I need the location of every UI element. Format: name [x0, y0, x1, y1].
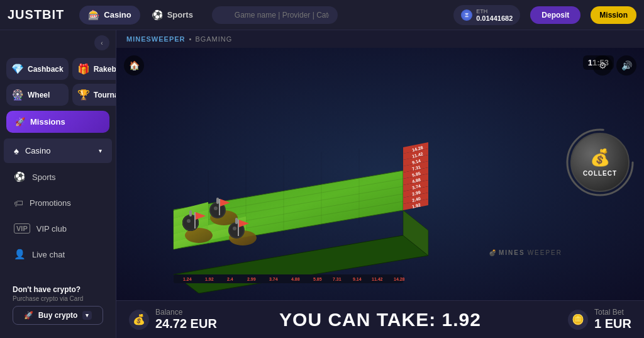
- casino-nav-icon: ♠: [14, 145, 19, 156]
- tournaments-icon: 🏆: [77, 89, 90, 101]
- search-wrap: 🔍: [212, 6, 443, 24]
- svg-text:11.42: 11.42: [372, 277, 383, 281]
- wheel-button[interactable]: 🎡 Wheel: [6, 84, 69, 106]
- sidebar: ‹ 💎 Cashback 🎁 Rakeback 🎡 Wheel 🏆 Tourna…: [0, 30, 116, 338]
- rakeback-button[interactable]: 🎁 Rakeback: [72, 58, 116, 80]
- wallet-info: ETH 0.01441682: [476, 8, 513, 22]
- game-board: 1.92 2.40 2.99 3.74 4.88 5.85 7.31 9.14: [145, 73, 573, 300]
- chevron-down-icon: ▾: [99, 147, 102, 154]
- svg-point-51: [214, 206, 218, 210]
- casino-icon: 🎰: [88, 9, 100, 21]
- buy-crypto-button[interactable]: 🚀 Buy crypto ▾: [13, 306, 103, 325]
- search-input[interactable]: [212, 6, 338, 24]
- sidebar-item-casino[interactable]: ♠ Casino ▾: [4, 138, 112, 163]
- sidebar-item-vip[interactable]: VIP VIP club: [4, 217, 112, 240]
- bet-info: Total Bet 1 EUR: [594, 308, 631, 331]
- svg-text:7.31: 7.31: [333, 277, 341, 281]
- sidebar-item-livechat[interactable]: 👤 Live chat: [4, 242, 112, 267]
- mine-icon: 💣: [489, 249, 496, 256]
- you-can-take-display: YOU CAN TAKE: 1.92: [279, 309, 481, 330]
- svg-rect-59: [219, 199, 220, 215]
- svg-rect-56: [235, 218, 238, 224]
- cashback-icon: 💎: [11, 63, 24, 75]
- game-brand-logo: 💣 MINES WEEPER: [489, 249, 562, 256]
- svg-rect-61: [238, 220, 239, 236]
- sidebar-top: ‹: [0, 30, 116, 55]
- game-home-button[interactable]: 🏠: [124, 55, 144, 76]
- game-area: 🏠 11:53 ⚙ 🔊: [116, 48, 644, 300]
- wallet-badge: Ξ ETH 0.01441682: [453, 5, 520, 25]
- mission-button[interactable]: Mission: [591, 6, 636, 24]
- cashback-button[interactable]: 💎 Cashback: [6, 58, 69, 80]
- wheel-icon: 🎡: [11, 89, 24, 101]
- total-bet-section: 🪙 Total Bet 1 EUR: [506, 308, 644, 331]
- promotions-nav-icon: 🏷: [14, 198, 23, 208]
- collect-button[interactable]: 💰 COLLECT: [565, 128, 635, 197]
- svg-rect-48: [189, 210, 192, 217]
- svg-text:2.4: 2.4: [227, 277, 233, 281]
- svg-rect-52: [216, 198, 219, 204]
- svg-text:14.28: 14.28: [394, 277, 405, 281]
- svg-text:2.99: 2.99: [247, 277, 256, 281]
- svg-text:4.88: 4.88: [291, 277, 300, 281]
- vip-nav-icon: VIP: [14, 223, 30, 234]
- sidebar-quick-buttons: 💎 Cashback 🎁 Rakeback 🎡 Wheel 🏆 Tourname…: [0, 55, 116, 111]
- svg-marker-0: [174, 235, 428, 293]
- nav-tabs: 🎰 Casino ⚽ Sports: [79, 6, 202, 25]
- svg-rect-57: [194, 212, 196, 228]
- bottom-status-bar: 💰 Balance 24.72 EUR YOU CAN TAKE: 1.92 🪙: [116, 300, 644, 338]
- rocket-icon: 🚀: [24, 311, 33, 320]
- sports-icon: ⚽: [152, 9, 164, 21]
- sidebar-item-sports[interactable]: ⚽ Sports: [4, 164, 112, 189]
- missions-button[interactable]: 🚀 Missions: [6, 111, 109, 133]
- game-sound-button[interactable]: 🔊: [616, 55, 636, 76]
- svg-text:3.74: 3.74: [269, 277, 278, 281]
- svg-text:1.24: 1.24: [183, 277, 192, 281]
- svg-text:1.92: 1.92: [205, 277, 214, 281]
- collect-button-wrap: 💰 COLLECT: [565, 128, 635, 197]
- game-menu-button[interactable]: ⚙: [592, 55, 613, 76]
- dropdown-arrow-icon: ▾: [82, 311, 92, 320]
- casino-tab[interactable]: 🎰 Casino: [79, 6, 140, 25]
- svg-point-55: [233, 227, 236, 230]
- sports-nav-icon: ⚽: [14, 171, 26, 183]
- missions-icon: 🚀: [15, 117, 25, 127]
- deposit-button[interactable]: Deposit: [530, 6, 580, 24]
- balance-info: Balance 24.72 EUR: [155, 308, 217, 331]
- coins-icon: 💰: [590, 148, 610, 167]
- you-can-take-section: YOU CAN TAKE: 1.92: [255, 309, 506, 330]
- balance-section: 💰 Balance 24.72 EUR: [116, 308, 255, 331]
- bet-icon: 🪙: [568, 310, 588, 330]
- logo: JUSTBIT: [8, 8, 64, 22]
- sidebar-item-promotions[interactable]: 🏷 Promotions: [4, 191, 112, 215]
- livechat-nav-icon: 👤: [14, 249, 26, 260]
- main-layout: ‹ 💎 Cashback 🎁 Rakeback 🎡 Wheel 🏆 Tourna…: [0, 30, 644, 338]
- svg-point-47: [187, 219, 191, 223]
- balance-icon: 💰: [129, 310, 149, 330]
- svg-text:9.14: 9.14: [353, 277, 362, 281]
- dont-have-crypto-section: Don't have crypto? Purchase crypto via C…: [6, 280, 109, 330]
- breadcrumb: MINESWEEPER • BGAMING: [116, 30, 644, 48]
- rakeback-icon: 🎁: [77, 63, 90, 75]
- svg-text:5.85: 5.85: [313, 277, 322, 281]
- eth-icon: Ξ: [461, 9, 472, 21]
- sports-tab[interactable]: ⚽ Sports: [143, 6, 202, 25]
- tournaments-button[interactable]: 🏆 Tournaments: [72, 84, 116, 106]
- sidebar-collapse-button[interactable]: ‹: [94, 35, 109, 50]
- content-area: MINESWEEPER • BGAMING 🏠 11:53 ⚙ 🔊: [116, 30, 644, 338]
- top-navbar: JUSTBIT 🎰 Casino ⚽ Sports 🔍 Ξ ETH 0.0144…: [0, 0, 644, 30]
